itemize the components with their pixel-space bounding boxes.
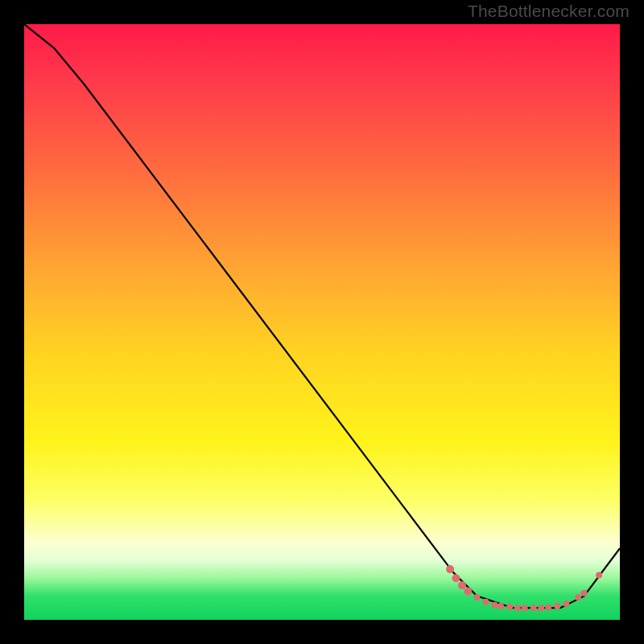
plot-area [24,24,620,620]
data-marker [545,605,551,611]
data-marker [554,603,560,609]
data-marker [497,603,504,609]
data-marker [514,605,521,611]
data-marker [483,599,489,605]
data-marker [538,605,544,611]
data-marker [522,605,528,611]
data-marker [506,604,513,610]
data-marker [473,594,480,601]
data-marker [446,565,454,573]
marker-group [446,565,602,611]
chart-frame: TheBottlenecker.com [0,0,644,644]
data-marker [530,605,537,611]
chart-svg [24,24,620,620]
data-marker [596,572,602,579]
data-marker [452,574,460,582]
watermark-text: TheBottlenecker.com [468,2,630,21]
data-marker [563,601,569,607]
data-marker [492,602,498,609]
curve-path [24,24,620,608]
data-marker [464,588,472,596]
data-marker [575,594,581,601]
data-marker [458,581,466,589]
data-marker [581,590,588,597]
